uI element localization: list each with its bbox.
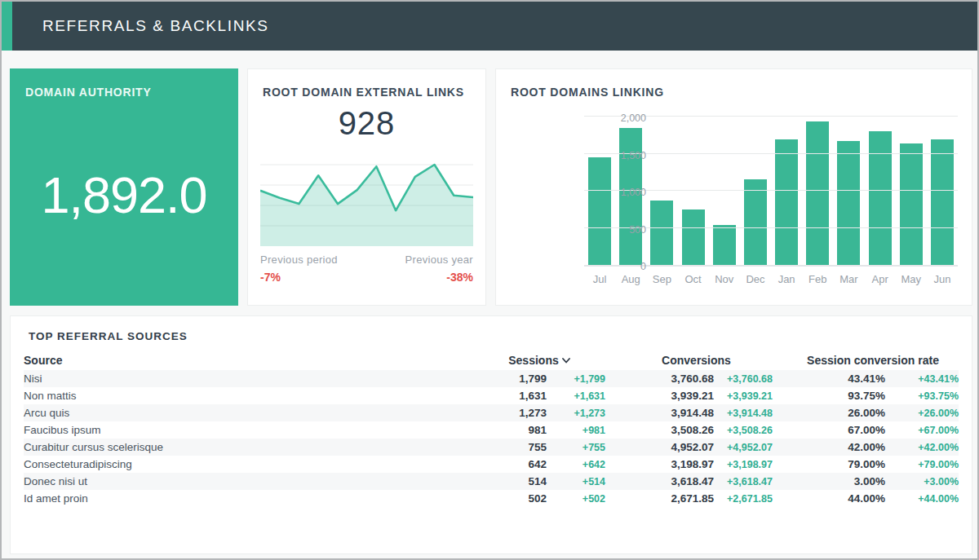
bar-jul [588, 157, 611, 265]
comparison-row: Previous period -7% Previous year -38% [260, 254, 473, 284]
table-row[interactable]: Faucibus ipsum981+9813,508.26+3,508.2667… [24, 421, 959, 439]
root-domains-linking-card[interactable]: ROOT DOMAINS LINKING 05001,0001,5002,000… [495, 68, 972, 306]
cell-rate-delta: +93.75% [885, 390, 959, 402]
cell-sessions-delta: +514 [547, 476, 605, 487]
cell-rate: 42.00% [787, 441, 885, 453]
cell-conversions-delta: +3,618.47 [714, 476, 773, 487]
bar-slot-mar [833, 118, 864, 265]
cell-conversions: 3,198.97 [620, 458, 714, 470]
bar-mar [837, 141, 860, 265]
cell-conversions: 3,939.21 [620, 390, 714, 402]
bar-slot-feb [802, 118, 833, 265]
domain-authority-card[interactable]: DOMAIN AUTHORITY 1,892.0 [10, 68, 238, 306]
cell-rate: 79.00% [787, 458, 885, 470]
column-header-conversions[interactable]: Conversions [620, 354, 773, 367]
domain-authority-value: 1,892.0 [11, 165, 237, 224]
cell-conversions-delta: +3,914.48 [714, 408, 773, 419]
external-links-card[interactable]: ROOT DOMAIN EXTERNAL LINKS 928 Previous … [247, 68, 486, 306]
table-row[interactable]: Arcu quis1,273+1,2733,914.48+3,914.4826.… [24, 404, 959, 421]
cell-sessions-delta: +642 [547, 459, 605, 470]
cell-conversions-delta: +3,939.21 [714, 390, 773, 402]
cell-conversions: 4,952.07 [620, 441, 714, 453]
report-header: REFERRALS & BACKLINKS [2, 2, 977, 51]
previous-year-block: Previous year -38% [405, 254, 473, 284]
bar-may [900, 143, 923, 265]
cell-rate-delta: +43.41% [885, 373, 959, 385]
bar-nov [713, 225, 736, 265]
x-tick-mar: Mar [833, 273, 864, 285]
table-row[interactable]: Curabitur cursus scelerisque755+7554,952… [24, 439, 959, 456]
cell-rate-delta: +67.00% [885, 425, 959, 436]
y-tick-0: 0 [594, 261, 658, 272]
y-tick-1500: 1,500 [594, 150, 658, 161]
previous-period-change: -7% [260, 271, 338, 284]
cell-sessions: 1,631 [473, 390, 547, 402]
cell-source: Donec nisi ut [24, 475, 473, 487]
cell-conversions: 3,508.26 [620, 424, 714, 436]
table-row[interactable]: Non mattis1,631+1,6313,939.21+3,939.2193… [24, 387, 959, 404]
cell-rate: 44.00% [787, 492, 885, 505]
bar-chart-plot-area: 05001,0001,5002,000 [584, 118, 958, 267]
column-header-session-conversion-rate[interactable]: Session conversion rate [787, 354, 959, 367]
top-referral-sources-widget: TOP REFERRAL SOURCES Source Sessions Con… [10, 315, 972, 554]
cell-source: Consecteturadipiscing [24, 458, 473, 470]
cell-conversions-delta: +2,671.85 [714, 493, 773, 505]
x-tick-apr: Apr [865, 273, 896, 285]
cell-sessions-delta: +1,631 [547, 390, 605, 402]
cell-sessions-delta: +1,273 [547, 408, 605, 419]
cell-sessions-delta: +1,799 [547, 373, 605, 385]
x-tick-feb: Feb [802, 273, 833, 285]
x-tick-aug: Aug [615, 273, 646, 285]
previous-year-change: -38% [405, 271, 473, 284]
cell-rate-delta: +79.00% [885, 459, 959, 470]
external-links-title: ROOT DOMAIN EXTERNAL LINKS [263, 86, 464, 99]
column-header-sessions[interactable]: Sessions [473, 354, 605, 367]
cell-source: Non mattis [24, 390, 473, 402]
cell-rate-delta: +26.00% [885, 408, 959, 419]
domain-authority-title: DOMAIN AUTHORITY [25, 86, 152, 99]
dashboard-window: REFERRALS & BACKLINKS DOMAIN AUTHORITY 1… [0, 0, 979, 560]
kpi-cards-row: DOMAIN AUTHORITY 1,892.0 ROOT DOMAIN EXT… [10, 68, 972, 306]
external-links-sparkline [260, 163, 473, 246]
x-tick-may: May [896, 273, 927, 285]
table-header-row: Source Sessions Conversions Session conv… [24, 351, 959, 370]
table-row[interactable]: Consecteturadipiscing642+6423,198.97+3,1… [24, 456, 959, 473]
cell-sessions: 502 [473, 492, 547, 505]
y-tick-500: 500 [594, 224, 658, 236]
x-tick-jan: Jan [771, 273, 802, 285]
previous-period-block: Previous period -7% [260, 254, 338, 284]
cell-rate: 67.00% [787, 424, 885, 436]
cell-conversions-delta: +3,508.26 [714, 425, 773, 436]
cell-source: Arcu quis [24, 407, 473, 419]
x-tick-oct: Oct [678, 273, 709, 285]
x-tick-sep: Sep [646, 273, 677, 285]
sparkline-chart [260, 163, 473, 246]
previous-period-label: Previous period [260, 254, 338, 266]
x-tick-nov: Nov [709, 273, 740, 285]
bar-chart-x-axis: JulAugSepOctNovDecJanFebMarAprMayJun [584, 273, 958, 285]
table-row[interactable]: Id amet proin502+5022,671.85+2,671.8544.… [24, 490, 959, 507]
x-tick-dec: Dec [740, 273, 771, 285]
cell-source: Curabitur cursus scelerisque [24, 441, 473, 453]
page-title: REFERRALS & BACKLINKS [42, 17, 269, 35]
bar-slot-dec [740, 118, 771, 265]
cell-source: Id amet proin [24, 492, 473, 505]
cell-rate: 93.75% [787, 390, 885, 402]
cell-sessions: 642 [473, 458, 547, 470]
cell-source: Faucibus ipsum [24, 424, 473, 436]
bar-slot-oct [678, 118, 709, 265]
cell-sessions: 981 [473, 424, 547, 436]
bar-oct [682, 209, 705, 265]
cell-conversions: 3,760.68 [620, 373, 714, 385]
bar-apr [869, 131, 892, 265]
bar-slot-apr [865, 118, 896, 265]
x-tick-jul: Jul [584, 273, 615, 285]
cell-conversions: 2,671.85 [620, 492, 714, 505]
cell-source: Nisi [24, 373, 473, 385]
bar-jan [775, 139, 798, 265]
cell-conversions: 3,914.48 [620, 407, 714, 419]
bar-slot-jan [771, 118, 802, 265]
table-row[interactable]: Nisi1,799+1,7993,760.68+3,760.6843.41%+4… [24, 370, 959, 387]
bar-slot-may [896, 118, 927, 265]
table-row[interactable]: Donec nisi ut514+5143,618.47+3,618.473.0… [24, 473, 959, 490]
